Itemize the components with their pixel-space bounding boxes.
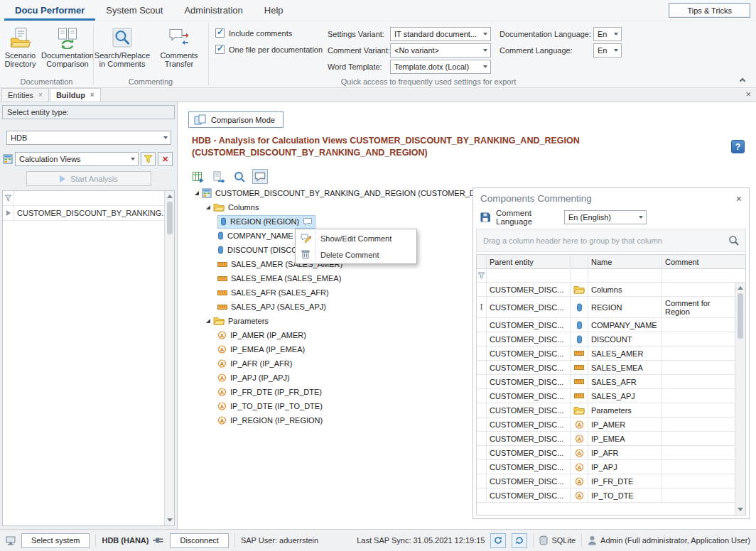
panel-comment-language-select[interactable]: En (English) xyxy=(564,210,647,224)
table-row[interactable]: CUSTOMER_DISC... SALES_EMEA xyxy=(477,361,735,375)
table-row[interactable]: I CUSTOMER_DISC... REGION Comment for Re… xyxy=(477,297,735,318)
column-icon xyxy=(571,318,588,332)
table-row[interactable]: CUSTOMER_DISC... A IP_APJ xyxy=(477,460,735,474)
table-row[interactable]: CUSTOMER_DISC... SALES_APJ xyxy=(477,389,735,403)
checkbox-checked-icon[interactable] xyxy=(215,45,225,54)
search-icon[interactable] xyxy=(232,169,247,184)
table-row[interactable]: CUSTOMER_DISC... A IP_FR_DTE xyxy=(477,474,735,489)
entity-row-label: CUSTOMER_DISCOUNT_BY_RANKING... xyxy=(14,209,164,217)
search-replace-icon xyxy=(111,26,134,49)
chevron-down-icon[interactable] xyxy=(611,28,621,40)
table-row[interactable]: CUSTOMER_DISC... COMPANY_NAME xyxy=(477,318,735,332)
scroll-down-icon[interactable] xyxy=(167,518,173,522)
clear-filter-button[interactable]: ✕ xyxy=(158,152,173,166)
comparison-mode-button[interactable]: Comparison Mode xyxy=(188,111,284,128)
export-excel-button[interactable] xyxy=(190,169,206,184)
expander-icon[interactable] xyxy=(203,205,213,209)
help-icon[interactable]: ? xyxy=(731,140,745,153)
system-select[interactable]: HDB xyxy=(6,131,171,145)
panel-scrollbar[interactable] xyxy=(735,283,745,515)
menu-item-administration[interactable]: Administration xyxy=(173,0,253,21)
comment-variant-select[interactable]: <No variant> xyxy=(390,43,491,58)
search-icon[interactable] xyxy=(728,235,739,246)
comments-transfer-button[interactable]: Comments Transfer xyxy=(152,25,206,75)
entity-row[interactable]: CUSTOMER_DISCOUNT_BY_RANKING... xyxy=(3,206,164,221)
chevron-down-icon[interactable] xyxy=(480,28,490,40)
select-system-button[interactable]: Select system xyxy=(21,533,90,548)
start-analysis-button[interactable]: Start Analysis xyxy=(26,171,151,186)
measure-icon xyxy=(571,361,588,374)
tab-buildup[interactable]: Buildup × xyxy=(50,88,101,102)
tips-and-tricks-button[interactable]: Tips & Tricks xyxy=(669,3,750,18)
scroll-up-icon[interactable] xyxy=(738,286,743,290)
scroll-up-icon[interactable] xyxy=(167,195,173,198)
column-header-parent-entity[interactable]: Parent entity xyxy=(487,255,571,268)
table-row[interactable]: CUSTOMER_DISC... Columns xyxy=(477,283,735,297)
expander-icon[interactable] xyxy=(203,319,213,323)
column-header-name[interactable]: Name xyxy=(588,255,662,268)
comment-toggle-button[interactable] xyxy=(252,169,268,184)
chevron-down-icon[interactable] xyxy=(161,131,171,144)
one-file-label: One file per documentation xyxy=(229,45,323,54)
search-replace-comments-button[interactable]: Search/Replace in Comments xyxy=(95,25,149,75)
comment-language-select[interactable]: En xyxy=(593,43,622,58)
folder-icon xyxy=(571,283,588,296)
word-template-select[interactable]: Template.dotx (Local) xyxy=(390,60,491,74)
table-row[interactable]: CUSTOMER_DISC... SALES_AFR xyxy=(477,375,735,389)
tab-entities-label: Entities xyxy=(8,91,33,99)
table-row[interactable]: CUSTOMER_DISC... A IP_TO_DTE xyxy=(477,489,735,503)
close-icon[interactable]: × xyxy=(736,194,742,204)
scenario-directory-button[interactable]: Scenario Directory xyxy=(0,25,40,75)
close-icon[interactable]: × xyxy=(90,92,94,99)
transfer-button[interactable] xyxy=(211,169,227,184)
menu-item-help[interactable]: Help xyxy=(254,0,294,21)
menu-item-system-scout[interactable]: System Scout xyxy=(95,0,173,21)
chevron-down-icon[interactable] xyxy=(636,211,646,224)
table-row[interactable]: CUSTOMER_DISC... A IP_AFR xyxy=(477,446,735,460)
menu-item-docu-performer[interactable]: Docu Performer xyxy=(4,0,95,21)
column-header-comment[interactable]: Comment xyxy=(662,255,745,268)
ribbon-separator xyxy=(93,23,94,85)
table-row[interactable]: CUSTOMER_DISC... SALES_AMER xyxy=(477,347,735,361)
grid-filter-row[interactable] xyxy=(3,191,164,206)
table-row[interactable]: CUSTOMER_DISC... A IP_AMER xyxy=(477,418,735,432)
sync-settings-button[interactable] xyxy=(512,533,527,548)
delete-comment-menu-item[interactable]: Delete Comment xyxy=(296,246,416,263)
sync-refresh-button[interactable] xyxy=(490,533,506,548)
chevron-down-icon[interactable] xyxy=(611,44,621,57)
entity-sidebar: Select entity type: HDB Calculation View… xyxy=(0,102,178,529)
group-by-panel[interactable]: Drag a column header here to group by th… xyxy=(476,229,746,252)
close-icon[interactable]: × xyxy=(745,89,751,99)
save-icon[interactable] xyxy=(480,212,490,222)
one-file-per-documentation-checkbox[interactable]: One file per documentation xyxy=(215,45,325,54)
scroll-thumb[interactable] xyxy=(738,293,743,339)
checkbox-checked-icon[interactable] xyxy=(215,28,225,38)
comparison-mode-icon xyxy=(194,114,206,125)
documentation-comparison-button[interactable]: Documentation Comparison xyxy=(42,25,93,75)
documentation-language-select[interactable]: En xyxy=(593,27,622,41)
selected-tree-node[interactable]: REGION (REGION) xyxy=(217,215,315,229)
settings-variant-select[interactable]: IT standard document... xyxy=(390,27,491,41)
chevron-down-icon[interactable] xyxy=(128,153,138,165)
filter-edit-button[interactable] xyxy=(141,152,156,166)
table-row[interactable]: CUSTOMER_DISC... Parameters xyxy=(477,403,735,418)
ribbon-collapse-button[interactable] xyxy=(736,76,749,86)
grid-filter-row[interactable] xyxy=(477,269,745,283)
chevron-down-icon[interactable] xyxy=(480,44,490,57)
chevron-down-icon[interactable] xyxy=(480,60,490,73)
folder-icon xyxy=(213,203,225,212)
scroll-down-icon[interactable] xyxy=(738,508,743,511)
table-row[interactable]: CUSTOMER_DISC... A IP_EMEA xyxy=(477,432,735,446)
expander-icon[interactable] xyxy=(192,191,202,195)
table-row[interactable]: CUSTOMER_DISC... DISCOUNT xyxy=(477,332,735,347)
close-icon[interactable]: × xyxy=(38,92,43,99)
scroll-thumb[interactable] xyxy=(167,202,173,234)
sidebar-scrollbar[interactable] xyxy=(164,191,174,525)
tab-entities[interactable]: Entities × xyxy=(1,88,49,102)
disconnect-button[interactable]: Disconnect xyxy=(170,533,228,548)
include-comments-checkbox[interactable]: Include comments xyxy=(215,28,325,38)
filter-icon xyxy=(3,191,14,205)
divider xyxy=(95,534,96,547)
show-edit-comment-menu-item[interactable]: Show/Edit Comment xyxy=(296,230,416,246)
entity-type-select[interactable]: Calculation Views xyxy=(15,152,139,166)
